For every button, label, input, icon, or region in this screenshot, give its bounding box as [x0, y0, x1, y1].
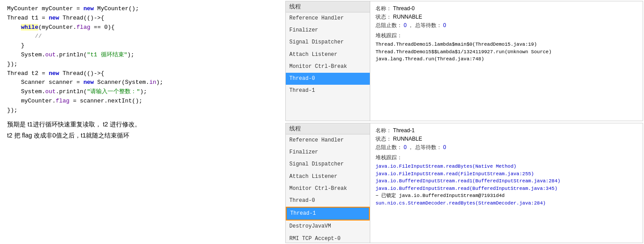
code-line-5: } — [7, 41, 277, 51]
thread-info-top: 名称： Thread-0 状态： RUNNABLE 总阻止数： 0 ， 总等待数… — [370, 1, 643, 121]
stack-line: sun.nio.cs.StreamDecoder.readBytes(Strea… — [376, 200, 637, 207]
thread-name-top: 名称： Thread-0 — [376, 5, 637, 12]
thread-item[interactable]: Reference Handler — [286, 12, 370, 24]
code-panel: MyCounter myCounter = new MyCounter();Th… — [0, 0, 284, 244]
thread-item[interactable]: Thread-0 — [286, 195, 370, 207]
thread-item[interactable]: Signal Dispatcher — [286, 158, 370, 170]
thread-panels: 线程 Reference HandlerFinalizerSignal Disp… — [284, 0, 644, 244]
thread-section-top: 线程 Reference HandlerFinalizerSignal Disp… — [285, 1, 643, 121]
thread-info-bottom: 名称： Thread-1 状态： RUNNABLE 总阻止数： 0 ， 总等待数… — [370, 123, 643, 243]
thread-item[interactable]: Signal Dispatcher — [286, 36, 370, 48]
code-line-1: MyCounter myCounter = new MyCounter(); — [7, 4, 277, 14]
thread-state-top: 状态： RUNNABLE — [376, 13, 637, 21]
thread-item[interactable]: Reference Handler — [286, 134, 370, 146]
thread-item[interactable]: Monitor Ctrl-Break — [286, 183, 370, 195]
note-line-1: 预期是 t1进行循环快速重复读取， t2 进行修改。 — [7, 119, 277, 130]
code-line-12: }); — [7, 106, 277, 115]
thread-item[interactable]: DestroyJavaVM — [286, 220, 370, 232]
thread-name-bottom: 名称： Thread-1 — [376, 127, 637, 134]
code-line-4: // — [7, 32, 277, 41]
code-line-9: Scanner scanner = new Scanner(System.in)… — [7, 78, 277, 87]
stack-line: Thread.ThreadDemo15$$Lambda$1/1324119927… — [376, 48, 637, 56]
code-line-3: while(myCounter.flag == 0){ — [7, 23, 277, 32]
stack-header-bottom: 堆栈跟踪： — [376, 154, 637, 161]
thread-list-header-bottom: 线程 — [286, 123, 370, 134]
thread-section-bottom: 线程 Reference HandlerFinalizerSignal Disp… — [285, 123, 643, 243]
code-line-2: Thread t1 = new Thread(()->{ — [7, 14, 277, 23]
stack-line: − 已锁定 java.io.BufferedInputStream@71931d… — [376, 192, 637, 200]
code-line-6: System.out.println("t1 循环结束"); — [7, 51, 277, 60]
code-line-7: }); — [7, 60, 277, 69]
stack-line: java.io.FileInputStream.read(FileInputSt… — [376, 170, 637, 178]
thread-item[interactable]: Thread-1 — [286, 85, 370, 97]
thread-state-bottom: 状态： RUNNABLE — [376, 135, 637, 143]
code-line-8: Thread t2 = new Thread(()->{ — [7, 69, 277, 79]
thread-item[interactable]: Attach Listener — [286, 49, 370, 61]
thread-item[interactable]: Finalizer — [286, 24, 370, 36]
thread-list-top: 线程 Reference HandlerFinalizerSignal Disp… — [286, 1, 370, 121]
thread-item[interactable]: RMI TCP Accept-0 — [286, 233, 370, 243]
thread-item[interactable]: Attach Listener — [286, 171, 370, 183]
notes-area: 预期是 t1进行循环快速重复读取， t2 进行修改。 t2 把 flag 改成非… — [7, 119, 277, 141]
code-line-11: myCounter.flag = scanner.nextInt(); — [7, 97, 277, 106]
stack-line: java.io.BufferedInputStream.read(Buffere… — [376, 185, 637, 193]
thread-item[interactable]: Thread-1 — [286, 207, 370, 220]
thread-item[interactable]: Monitor Ctrl-Break — [286, 61, 370, 73]
stack-line: java.io.BufferedInputStream.read1(Buffer… — [376, 177, 637, 185]
thread-counts-bottom: 总阻止数： 0 ， 总等待数： 0 — [376, 144, 637, 151]
stack-line: java.io.FileInputStream.readBytes(Native… — [376, 163, 637, 170]
code-line-10: System.out.println("请输入一个整数："); — [7, 87, 277, 97]
note-line-2: t2 把 flag 改成非0值之后，t1就随之结束循环 — [7, 130, 277, 141]
thread-item[interactable]: Finalizer — [286, 146, 370, 158]
stack-header-top: 堆栈跟踪： — [376, 32, 637, 39]
thread-item[interactable]: Thread-0 — [286, 73, 370, 85]
thread-list-header-top: 线程 — [286, 1, 370, 12]
thread-list-bottom: 线程 Reference HandlerFinalizerSignal Disp… — [286, 123, 370, 243]
stack-line: java.lang.Thread.run(Thread.java:748) — [376, 55, 637, 63]
thread-counts-top: 总阻止数： 0 ， 总等待数： 0 — [376, 22, 637, 29]
stack-line: Thread.ThreadDemo15.lambda$main$0(Thread… — [376, 41, 637, 48]
